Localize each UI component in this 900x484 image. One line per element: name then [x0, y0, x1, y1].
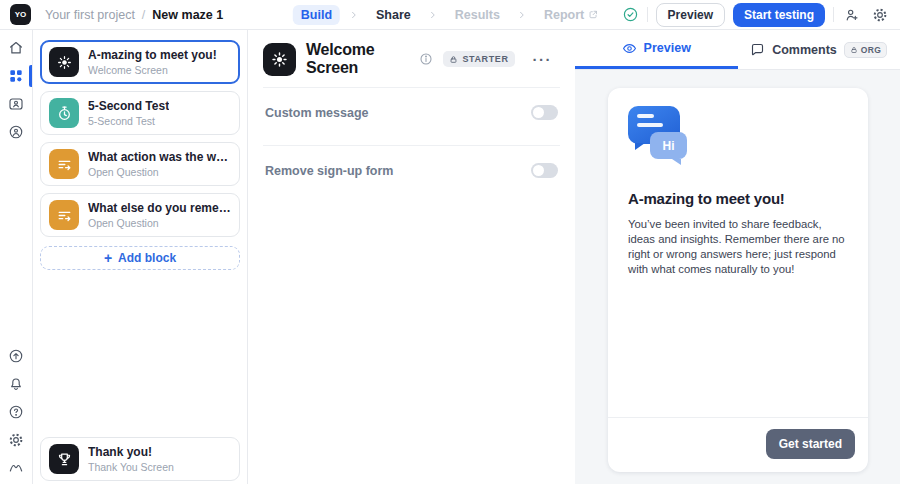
block-title: What else do you remember fro...: [88, 201, 231, 215]
remove-signup-form-toggle[interactable]: [531, 163, 558, 178]
blocks-grid-icon: [8, 68, 24, 84]
person-add-icon: [844, 7, 860, 23]
custom-message-toggle[interactable]: [531, 105, 558, 120]
arrow-up-circle-icon: [8, 348, 24, 364]
preview-tabs: Preview Comments ORG: [575, 30, 900, 70]
nav-share[interactable]: Share: [368, 5, 419, 25]
welcome-sun-icon: [49, 47, 79, 77]
org-badge-label: ORG: [861, 45, 882, 55]
topbar-actions: Preview Start testing: [622, 3, 890, 27]
starter-badge-label: STARTER: [462, 54, 508, 64]
breadcrumb-separator: /: [142, 8, 145, 22]
block-subtitle: Welcome Screen: [88, 64, 217, 76]
bubble-text-line: [637, 114, 654, 118]
get-started-button[interactable]: Get started: [766, 429, 855, 459]
block-subtitle: Thank You Screen: [88, 461, 174, 473]
info-icon[interactable]: [419, 52, 433, 66]
gear-icon: [872, 7, 888, 23]
block-card-text: A-mazing to meet you! Welcome Screen: [88, 48, 217, 76]
open-question-icon: [49, 149, 79, 179]
main-area: A-mazing to meet you! Welcome Screen 5-S…: [0, 30, 900, 484]
bell-icon: [8, 376, 24, 392]
lock-icon: [850, 46, 858, 54]
eye-icon: [622, 41, 637, 56]
rail-upgrade-button[interactable]: [0, 342, 32, 370]
toggle-knob: [533, 107, 544, 118]
block-title: A-mazing to meet you!: [88, 48, 217, 62]
chat-bubbles-illustration: Hi: [628, 106, 690, 166]
workspace-logo[interactable]: YO: [10, 4, 31, 25]
block-card-five-second-test[interactable]: 5-Second Test 5-Second Test: [40, 91, 240, 135]
preview-body: Hi A-mazing to meet you! You’ve been inv…: [575, 70, 900, 484]
hi-bubble-text: Hi: [663, 139, 675, 153]
add-block-button[interactable]: + Add block: [40, 246, 240, 270]
rail-panel-button[interactable]: [0, 90, 32, 118]
nav-report[interactable]: Report: [536, 5, 607, 25]
welcome-sun-icon: [263, 43, 296, 76]
breadcrumb-maze-name[interactable]: New maze 1: [152, 8, 223, 22]
home-icon: [8, 40, 24, 56]
tab-preview[interactable]: Preview: [575, 30, 738, 69]
editor-header: Welcome Screen STARTER ···: [263, 39, 560, 79]
editor-title: Welcome Screen: [306, 41, 409, 77]
block-subtitle: Open Question: [88, 166, 231, 178]
rail-notifications-button[interactable]: [0, 370, 32, 398]
rail-home-button[interactable]: [0, 34, 32, 62]
nav-build[interactable]: Build: [293, 5, 340, 25]
hi-bubble: Hi: [650, 132, 687, 159]
build-steps-nav: Build Share Results Report: [293, 0, 607, 29]
block-subtitle: 5-Second Test: [88, 115, 169, 127]
setting-row-remove-signup-form: Remove sign-up form: [263, 146, 560, 195]
nav-results[interactable]: Results: [447, 5, 508, 25]
starter-badge: STARTER: [443, 51, 514, 67]
user-circle-icon: [8, 124, 24, 140]
start-testing-button[interactable]: Start testing: [733, 3, 825, 27]
open-question-icon: [49, 200, 79, 230]
block-card-text: What else do you remember fro... Open Qu…: [88, 201, 231, 229]
block-card-open-question-2[interactable]: What else do you remember fro... Open Qu…: [40, 193, 240, 237]
invite-member-button[interactable]: [842, 5, 862, 25]
block-card-welcome[interactable]: A-mazing to meet you! Welcome Screen: [40, 40, 240, 84]
maze-logo-icon: [8, 460, 24, 476]
preview-button[interactable]: Preview: [656, 3, 725, 27]
block-options-menu-button[interactable]: ···: [525, 51, 561, 68]
block-card-text: Thank you! Thank You Screen: [88, 445, 174, 473]
block-card-text: 5-Second Test 5-Second Test: [88, 99, 169, 127]
settings-button[interactable]: [870, 5, 890, 25]
bubble-text-line: [637, 123, 663, 127]
block-subtitle: Open Question: [88, 217, 231, 229]
plus-icon: +: [104, 250, 112, 266]
welcome-heading: A-mazing to meet you!: [628, 190, 848, 207]
topbar: YO Your first project / New maze 1 Build…: [0, 0, 900, 30]
block-title: Thank you!: [88, 445, 174, 459]
tab-comments[interactable]: Comments ORG: [738, 30, 900, 69]
block-card-open-question-1[interactable]: What action was the webpage a... Open Qu…: [40, 142, 240, 186]
rail-help-button[interactable]: [0, 398, 32, 426]
rail-settings-button[interactable]: [0, 426, 32, 454]
rail-spacer: [0, 146, 32, 342]
divider: [833, 7, 834, 22]
welcome-message: You’ve been invited to share feedback, i…: [628, 217, 848, 277]
rail-maze-builder-button[interactable]: [0, 62, 32, 90]
maze-logo: [0, 454, 32, 482]
chevron-right-icon: [428, 10, 438, 20]
breadcrumb: Your first project / New maze 1: [45, 8, 223, 22]
topbar-left: YO Your first project / New maze 1: [10, 4, 223, 25]
workspace-logo-text: YO: [15, 10, 27, 19]
gear-icon: [8, 432, 24, 448]
block-card-text: What action was the webpage a... Open Qu…: [88, 150, 231, 178]
chevron-right-icon: [349, 10, 359, 20]
block-title: What action was the webpage a...: [88, 150, 231, 164]
rail-profile-button[interactable]: [0, 118, 32, 146]
block-card-thank-you[interactable]: Thank you! Thank You Screen: [40, 437, 240, 481]
help-circle-icon: [8, 404, 24, 420]
divider: [647, 7, 648, 22]
block-editor-panel: Welcome Screen STARTER ··· Custom messag…: [248, 30, 575, 484]
lock-icon: [449, 55, 458, 64]
setting-row-custom-message: Custom message: [263, 88, 560, 137]
tab-preview-label: Preview: [644, 41, 691, 55]
breadcrumb-project[interactable]: Your first project: [45, 8, 135, 22]
block-list-panel: A-mazing to meet you! Welcome Screen 5-S…: [33, 30, 248, 484]
preview-panel: Preview Comments ORG: [575, 30, 900, 484]
trophy-icon: [49, 444, 79, 474]
